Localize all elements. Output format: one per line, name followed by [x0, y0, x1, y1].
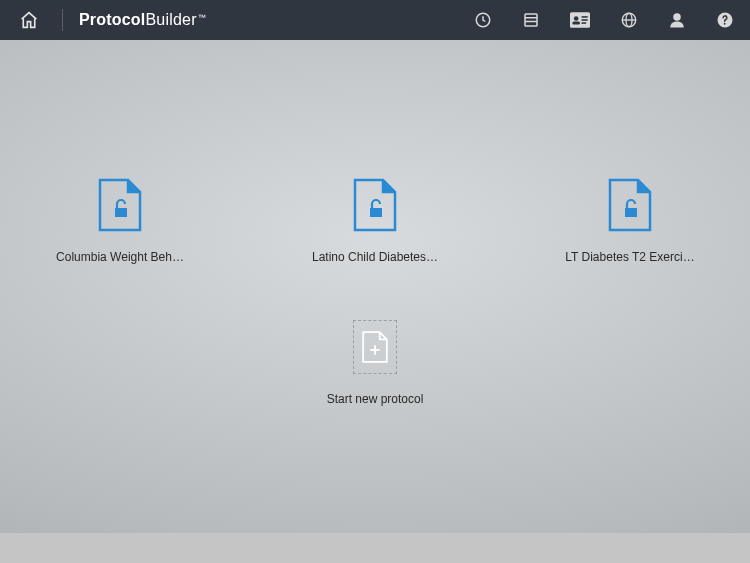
svg-rect-9: [582, 22, 587, 24]
document-lock-icon: [353, 178, 397, 232]
svg-point-13: [673, 13, 681, 21]
svg-point-5: [574, 16, 579, 21]
user-button[interactable]: [668, 11, 686, 29]
svg-rect-1: [525, 14, 537, 26]
history-button[interactable]: [474, 11, 492, 29]
id-card-icon: [570, 12, 590, 28]
svg-rect-6: [572, 22, 580, 25]
protocol-item[interactable]: Latino Child Diabetes…: [305, 178, 445, 264]
nav-divider: [62, 9, 63, 31]
help-button[interactable]: [716, 11, 734, 29]
user-icon: [668, 11, 686, 29]
protocol-item-label: Columbia Weight Beh…: [56, 250, 184, 264]
globe-icon: [620, 11, 638, 29]
brand-tm: ™: [198, 13, 206, 22]
start-new-protocol-button[interactable]: Start new protocol: [295, 320, 455, 406]
svg-rect-16: [115, 208, 127, 217]
protocol-item[interactable]: LT Diabetes T2 Exerci…: [560, 178, 700, 264]
svg-rect-8: [582, 19, 588, 21]
protocol-item-label: LT Diabetes T2 Exerci…: [565, 250, 694, 264]
document-lock-icon: [608, 178, 652, 232]
protocol-item-label: Latino Child Diabetes…: [312, 250, 438, 264]
svg-point-15: [724, 23, 726, 25]
bottom-bar: [0, 533, 750, 563]
library-button[interactable]: [522, 11, 540, 29]
brand-logo: ProtocolBuilder™: [79, 11, 206, 29]
globe-button[interactable]: [620, 11, 638, 29]
new-protocol-label: Start new protocol: [327, 392, 424, 406]
main-content: Columbia Weight Beh… Latino Child Diabet…: [0, 40, 750, 533]
history-icon: [474, 11, 492, 29]
document-lock-icon: [98, 178, 142, 232]
protocol-grid: Columbia Weight Beh… Latino Child Diabet…: [0, 178, 750, 264]
home-icon: [19, 11, 39, 29]
home-button[interactable]: [16, 7, 42, 33]
top-nav-right: [474, 11, 734, 29]
help-icon: [716, 11, 734, 29]
brand-bold: Protocol: [79, 11, 146, 28]
library-icon: [522, 11, 540, 29]
top-nav-bar: ProtocolBuilder™: [0, 0, 750, 40]
brand-light: Builder: [146, 11, 197, 28]
document-plus-icon: [362, 331, 388, 363]
protocol-item[interactable]: Columbia Weight Beh…: [50, 178, 190, 264]
svg-rect-7: [582, 16, 588, 18]
svg-rect-18: [625, 208, 637, 217]
new-protocol-row: Start new protocol: [0, 320, 750, 406]
top-nav-left: ProtocolBuilder™: [16, 7, 206, 33]
svg-rect-17: [370, 208, 382, 217]
new-protocol-box: [353, 320, 397, 374]
contacts-button[interactable]: [570, 12, 590, 28]
